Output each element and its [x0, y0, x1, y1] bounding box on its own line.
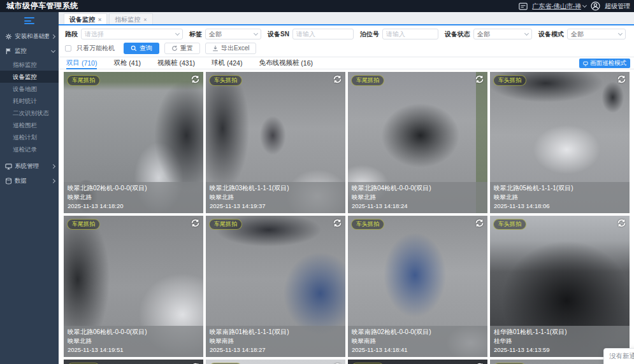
capture-type-badge: 车头抓拍 — [493, 75, 526, 86]
notification-text: 没有新通知 — [609, 352, 634, 361]
refresh-icon[interactable] — [333, 74, 342, 84]
tag-select[interactable]: 全部 — [205, 29, 261, 39]
chevron-down-icon — [254, 31, 258, 36]
tab-label: 双枪 — [113, 59, 127, 67]
camera-name: 映翠南路02枪机-0-0-0(双目) — [352, 328, 484, 337]
camera-card[interactable]: 车头抓拍 映翠北路03枪机-1-1-1(双目) 映翠北路 2025-11-13 … — [206, 72, 345, 213]
sidebar-item-patrol-fence[interactable]: 巡检围栏 — [0, 119, 59, 131]
camera-card[interactable]: 车尾抓拍 映翠南路01枪机-1-1-1(双目) 映翠南路 2025-11-13 … — [206, 216, 345, 357]
sidebar-item-patrol-records[interactable]: 巡检记录 — [0, 143, 59, 155]
road-select[interactable]: 请选择 — [81, 29, 183, 39]
camera-road: 映翠南路 — [352, 337, 484, 346]
tab-device-monitor[interactable]: 设备监控 × — [64, 13, 107, 25]
chevron-down-icon — [524, 31, 529, 36]
chevron-down-icon — [582, 3, 587, 8]
camera-info-overlay: 映翠北路03枪机-1-1-1(双目) 映翠北路 2025-11-13 14:19… — [206, 182, 345, 213]
device-sn-input[interactable] — [296, 31, 350, 38]
camera-road: 映翠北路 — [494, 193, 626, 202]
refresh-icon[interactable] — [475, 74, 484, 84]
sidebar-group-monitoring[interactable]: 监控 — [0, 44, 59, 59]
camera-timestamp: 2025-11-13 14:18:27 — [210, 346, 342, 354]
device-mode-select[interactable]: 全部 — [567, 29, 626, 39]
search-button-label: 查询 — [140, 44, 152, 53]
sidebar-item-time-stats[interactable]: 耗时统计 — [0, 95, 59, 107]
camera-card[interactable]: 车头抓拍 映翠北路05枪机-1-1-1(双目) 映翠北路 2025-11-13 … — [490, 72, 630, 213]
sidebar: 安装和基础数据 监控 指标监控 设备监控 设备地图 耗时统计 二次识别状态 巡检… — [0, 12, 59, 364]
device-mode-value: 全部 — [571, 30, 616, 39]
camera-card[interactable]: 车尾抓拍 映翠北路06枪机-0-0-0(双目) 映翠北路 2025-11-13 … — [64, 216, 203, 357]
region-card-icon — [519, 3, 528, 10]
berth-filter-label: 泊位号 — [360, 30, 379, 39]
camera-road: 映翠北路 — [68, 337, 199, 346]
refresh-icon[interactable] — [617, 74, 626, 84]
camera-card[interactable]: 车头抓拍 桂华路01枪机-1-1-1(双目) 桂华路 2025-11-13 14… — [490, 216, 630, 357]
tab-count: (710) — [82, 59, 97, 67]
camera-road: 桂华路 — [494, 337, 626, 346]
camera-card[interactable]: 车尾抓拍 — [348, 360, 487, 364]
screen-patrol-mode-button[interactable]: 画面巡检模式 — [579, 59, 630, 68]
close-icon[interactable]: × — [98, 17, 101, 23]
sidebar-item-device-monitor[interactable]: 设备监控 — [0, 71, 59, 83]
camera-road: 映翠北路 — [68, 193, 199, 202]
tab-label: 球机 — [212, 59, 225, 67]
tab-label: 视频桩 — [157, 59, 178, 67]
sidebar-group-install-base-data[interactable]: 安装和基础数据 — [0, 29, 59, 44]
device-status-select[interactable]: 全部 — [473, 29, 532, 39]
device-status-value: 全部 — [477, 30, 522, 39]
camera-grid: 车尾抓拍 映翠北路02枪机-0-0-0(双目) 映翠北路 2025-11-13 … — [59, 69, 634, 364]
tab-wireless-video-pile[interactable]: 免布线视频桩 (16) — [259, 57, 313, 69]
berth-number-input[interactable] — [386, 31, 435, 38]
tab-label: 设备监控 — [69, 15, 95, 24]
tab-dual-gun[interactable]: 双枪 (41) — [113, 57, 141, 69]
refresh-icon[interactable] — [191, 74, 200, 84]
device-type-tabs: 双目 (710) 双枪 (41) 视频桩 (431) 球机 (424) 免布线视… — [59, 57, 634, 69]
camera-name: 映翠北路05枪机-1-1-1(双目) — [494, 184, 626, 193]
reset-button[interactable]: 重置 — [164, 43, 200, 54]
camera-info-overlay: 映翠北路05枪机-1-1-1(双目) 映翠北路 2025-11-13 14:18… — [490, 182, 630, 213]
camera-name: 映翠北路06枪机-0-0-0(双目) — [68, 328, 199, 337]
camera-card[interactable]: 车尾抓拍 映翠北路02枪机-0-0-0(双目) 映翠北路 2025-11-13 … — [64, 72, 203, 213]
region-selector[interactable]: 广东省-佛山市-禅 — [532, 2, 586, 11]
chevron-down-icon — [175, 31, 180, 36]
sidebar-item-indicator-monitor[interactable]: 指标监控 — [0, 59, 59, 71]
tab-count: (424) — [227, 59, 243, 67]
camera-road: 映翠北路 — [352, 193, 484, 202]
chevron-right-icon — [51, 164, 55, 169]
camera-name: 映翠北路02枪机-0-0-0(双目) — [68, 184, 199, 193]
sidebar-group-label: 系统管理 — [15, 162, 49, 171]
sn-filter-label: 设备SN — [268, 30, 289, 39]
collapse-menu-icon[interactable] — [24, 17, 34, 24]
camera-card[interactable]: 车尾抓拍 — [64, 360, 203, 364]
sidebar-item-secondary-recognition-status[interactable]: 二次识别状态 — [0, 107, 59, 119]
camera-card[interactable]: 车头抓拍 — [206, 360, 345, 364]
sidebar-group-data[interactable]: 数据 — [0, 174, 59, 188]
refresh-icon[interactable] — [333, 218, 342, 228]
camera-timestamp: 2025-11-13 14:18:24 — [352, 202, 484, 211]
camera-info-overlay: 映翠北路04枪机-0-0-0(双目) 映翠北路 2025-11-13 14:18… — [348, 182, 487, 213]
sidebar-item-patrol-plan[interactable]: 巡检计划 — [0, 131, 59, 143]
only-universal-camera-checkbox[interactable] — [65, 45, 71, 52]
username-label[interactable]: 超级管理 — [605, 2, 630, 11]
tab-label: 免布线视频桩 — [259, 59, 299, 67]
capture-type-badge: 车尾抓拍 — [67, 75, 100, 86]
avatar-icon[interactable] — [591, 1, 600, 11]
sidebar-item-device-map[interactable]: 设备地图 — [0, 83, 59, 95]
camera-card[interactable]: 车尾抓拍 映翠北路04枪机-0-0-0(双目) 映翠北路 2025-11-13 … — [348, 72, 487, 213]
refresh-icon[interactable] — [617, 218, 626, 228]
camera-road: 映翠北路 — [210, 193, 342, 202]
main-content: 设备监控 × 指标监控 × 路段 请选择 标签 — [59, 12, 634, 364]
camera-road: 映翠南路 — [210, 337, 342, 346]
sidebar-group-system-management[interactable]: 系统管理 — [0, 159, 59, 174]
capture-type-badge: 车头抓拍 — [493, 219, 526, 230]
refresh-icon[interactable] — [475, 218, 484, 228]
tab-dome-camera[interactable]: 球机 (424) — [212, 57, 242, 69]
export-excel-button[interactable]: 导出Excel — [205, 43, 256, 54]
tab-indicator-monitor[interactable]: 指标监控 × — [109, 13, 152, 25]
refresh-icon[interactable] — [191, 218, 200, 228]
tab-binocular[interactable]: 双目 (710) — [66, 57, 97, 69]
close-icon[interactable]: × — [143, 17, 147, 23]
search-button[interactable]: 查询 — [124, 43, 159, 54]
tab-video-pile[interactable]: 视频桩 (431) — [157, 57, 195, 69]
camera-card[interactable]: 车头抓拍 映翠南路02枪机-0-0-0(双目) 映翠南路 2025-11-13 … — [348, 216, 487, 357]
tag-filter-label: 标签 — [189, 30, 202, 39]
